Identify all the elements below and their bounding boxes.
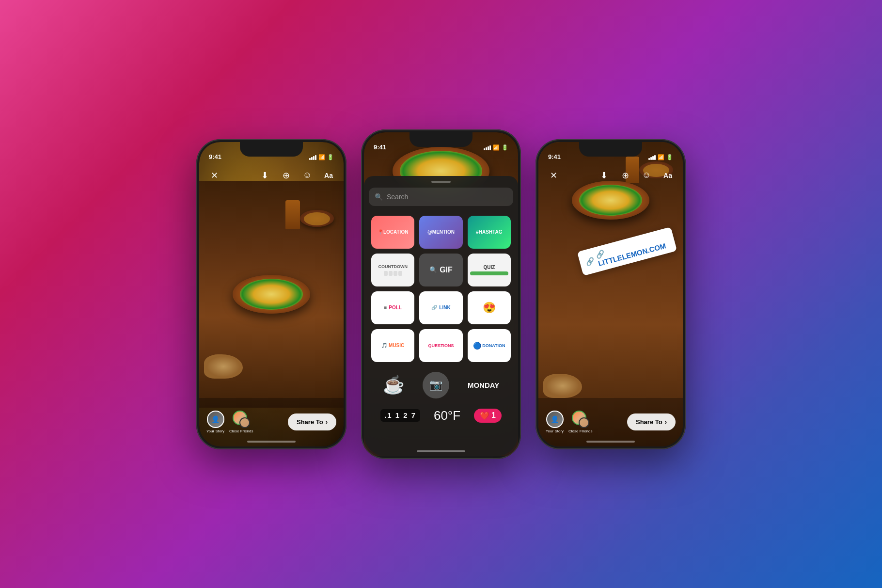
sticker-quiz[interactable]: QUIZ (468, 254, 511, 286)
camera-icon: 📷 (429, 379, 442, 391)
home-indicator-middle (417, 450, 465, 452)
close-friends-label-right: Close Friends (568, 429, 592, 433)
sticker-hashtag[interactable]: #HASHTAG (468, 216, 511, 249)
wifi-icon-right: 📶 (658, 154, 664, 160)
monday-emoji-sticker[interactable]: ☕ (383, 375, 405, 395)
home-indicator-right (586, 441, 635, 443)
share-to-label-right: Share To (636, 418, 662, 426)
panel-handle (431, 181, 451, 183)
link-icon: 🔗 (431, 305, 437, 310)
share-to-arrow: › (326, 418, 328, 426)
status-icons: 📶 🔋 (309, 154, 334, 160)
your-story-avatar[interactable]: 👤 Your Story (206, 411, 224, 433)
wifi-icon-middle: 📶 (493, 144, 500, 151)
status-time-right: 9:41 (548, 153, 561, 160)
download-button[interactable]: ⬇ (257, 168, 272, 183)
left-phone: 9:41 📶 🔋 ✕ ⬇ ⊕ ☺ (196, 139, 346, 449)
notch (410, 132, 472, 147)
sticker-music[interactable]: 🎵 MUSIC (371, 329, 414, 362)
move-button[interactable]: ⊕ (278, 168, 294, 183)
emoji-button-right[interactable]: ☺ (639, 168, 654, 183)
monday-text-sticker[interactable]: MONDAY (468, 381, 499, 389)
home-indicator (247, 441, 296, 443)
text-button[interactable]: Aa (321, 168, 336, 183)
sticker-poll-label: POLL (389, 305, 402, 310)
sticker-grid: 📍LOCATION @MENTION #HASHTAG COUNTDOWN (369, 213, 513, 365)
your-story-label-right: Your Story (546, 429, 564, 433)
heart-count: 1 (491, 411, 496, 420)
close-button-right[interactable]: ✕ (546, 168, 561, 183)
bottom-bar-right: 👤 Your Story Close Friends Share To › (538, 398, 683, 446)
search-icon: 🔍 (375, 193, 383, 201)
sticker-search[interactable]: 🔍 Search (369, 188, 513, 206)
notch-right (579, 142, 642, 157)
phones-container: 9:41 📶 🔋 ✕ ⬇ ⊕ ☺ (177, 110, 705, 478)
battery-icon-middle: 🔋 (502, 144, 508, 151)
signal-icon-right (648, 154, 656, 160)
notch (240, 142, 303, 157)
sticker-countdown[interactable]: COUNTDOWN (371, 254, 414, 286)
search-placeholder: Search (387, 193, 408, 201)
share-to-button[interactable]: Share To › (288, 413, 336, 430)
sticker-link-label: LINK (439, 305, 450, 310)
status-time-middle: 9:41 (374, 143, 386, 151)
wifi-icon: 📶 (318, 154, 325, 160)
bottom-bar: 👤 Your Story Close Friends Share To › (199, 398, 344, 446)
close-button[interactable]: ✕ (206, 168, 222, 183)
sticker-link[interactable]: 🔗 LINK (419, 291, 462, 324)
temperature-value: 60°F (434, 408, 460, 423)
sticker-mention[interactable]: @MENTION (419, 216, 462, 249)
sticker-questions[interactable]: QUESTIONS (419, 329, 462, 362)
heart-icon: ❤️ (480, 411, 489, 420)
music-icon: 🎵 (381, 343, 387, 348)
sticker-location-label: 📍LOCATION (378, 229, 408, 235)
bottom-indicators: .1 1 2 7 60°F ❤️ 1 (369, 408, 513, 423)
your-story-label: Your Story (206, 429, 224, 433)
middle-phone: 9:41 📶 🔋 🔍 Sear (361, 129, 521, 459)
battery-icon-right: 🔋 (666, 154, 673, 160)
donation-icon: 🔵 (473, 342, 481, 350)
sticker-panel: 🔍 Search 📍LOCATION @MENTION #HASH (364, 176, 518, 456)
sticker-hashtag-label: #HASHTAG (476, 229, 502, 235)
bottom-sticker-row: ☕ 📷 MONDAY (369, 369, 513, 401)
move-button-right[interactable]: ⊕ (617, 168, 633, 183)
sticker-donation[interactable]: 🔵 DONATION (468, 329, 511, 362)
close-friends-avatar-right[interactable]: Close Friends (568, 411, 592, 433)
your-story-avatar-right[interactable]: 👤 Your Story (546, 411, 564, 433)
share-to-label: Share To (297, 418, 323, 426)
right-phone: 9:41 📶 🔋 ✕ ⬇ ⊕ ☺ (536, 139, 686, 449)
sticker-donation-label: DONATION (482, 343, 505, 348)
heart-badge[interactable]: ❤️ 1 (474, 409, 502, 423)
close-friends-label: Close Friends (229, 429, 253, 433)
sticker-questions-label: QUESTIONS (428, 343, 454, 348)
sticker-gif-label: GIF (440, 266, 453, 274)
sticker-location[interactable]: 📍LOCATION (371, 216, 414, 249)
toolbar-right: ⬇ ⊕ ☺ Aa (257, 168, 336, 183)
status-time: 9:41 (209, 153, 221, 160)
text-button-right[interactable]: Aa (660, 168, 676, 183)
share-to-arrow-right: › (665, 418, 667, 426)
close-friends-avatar[interactable]: Close Friends (229, 411, 253, 433)
signal-icon (309, 154, 316, 160)
toolbar: ✕ ⬇ ⊕ ☺ Aa (199, 163, 344, 188)
camera-button[interactable]: 📷 (423, 372, 449, 398)
sticker-poll[interactable]: ≡ POLL (371, 291, 414, 324)
download-button-right[interactable]: ⬇ (596, 168, 612, 183)
sticker-gif[interactable]: 🔍 GIF (419, 254, 462, 286)
status-icons-middle: 📶 🔋 (484, 144, 508, 151)
sticker-quiz-label: QUIZ (483, 265, 495, 270)
share-to-button-right[interactable]: Share To › (627, 413, 676, 430)
toolbar-right: ✕ ⬇ ⊕ ☺ Aa (538, 163, 683, 188)
sticker-countdown-label: COUNTDOWN (378, 264, 408, 269)
toolbar-right-icons: ⬇ ⊕ ☺ Aa (596, 168, 676, 183)
sticker-emoji-reaction[interactable]: 😍 (468, 291, 511, 324)
search-icon-gif: 🔍 (429, 266, 437, 273)
battery-icon: 🔋 (327, 154, 334, 160)
monday-text: MONDAY (468, 381, 499, 389)
temperature-display: 60°F (434, 408, 460, 423)
signal-icon-middle (484, 144, 491, 150)
sticker-emoji-label: 😍 (483, 302, 496, 314)
emoji-button[interactable]: ☺ (299, 168, 315, 183)
countdown-bars (384, 271, 402, 276)
poll-icon: ≡ (384, 305, 387, 310)
